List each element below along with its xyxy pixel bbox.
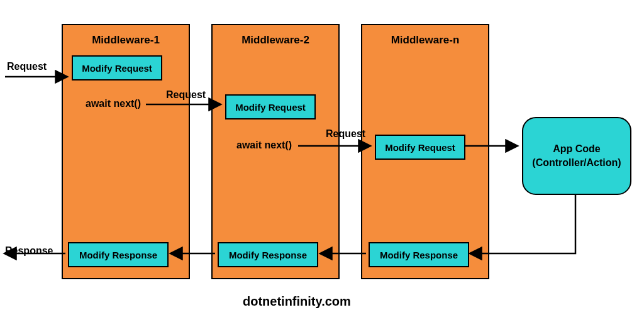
await-next-2-label: await next() (236, 140, 292, 151)
middleware-n-modify-response: Modify Response (369, 242, 469, 267)
middleware-2-box: Middleware-2 (211, 24, 340, 279)
response-out-label: Response (5, 245, 53, 257)
middleware-n-modify-request: Modify Request (375, 135, 465, 160)
app-code-line2: (Controller/Action) (532, 156, 621, 170)
app-code-line1: App Code (532, 142, 621, 156)
await-next-1-label: await next() (86, 98, 141, 109)
middleware-n-title: Middleware-n (362, 34, 488, 47)
middleware-1-modify-request: Modify Request (72, 55, 162, 80)
app-code-box: App Code (Controller/Action) (522, 117, 631, 195)
footer-attribution: dotnetinfinity.com (243, 294, 351, 309)
request-1-2-label: Request (166, 89, 206, 101)
middleware-2-modify-request: Modify Request (225, 94, 316, 119)
middleware-2-modify-response: Modify Response (218, 242, 318, 267)
middleware-1-modify-response: Modify Response (68, 242, 169, 267)
request-in-label: Request (7, 61, 47, 72)
middleware-1-title: Middleware-1 (63, 34, 189, 47)
request-2-n-label: Request (326, 128, 365, 140)
middleware-2-title: Middleware-2 (213, 34, 338, 47)
